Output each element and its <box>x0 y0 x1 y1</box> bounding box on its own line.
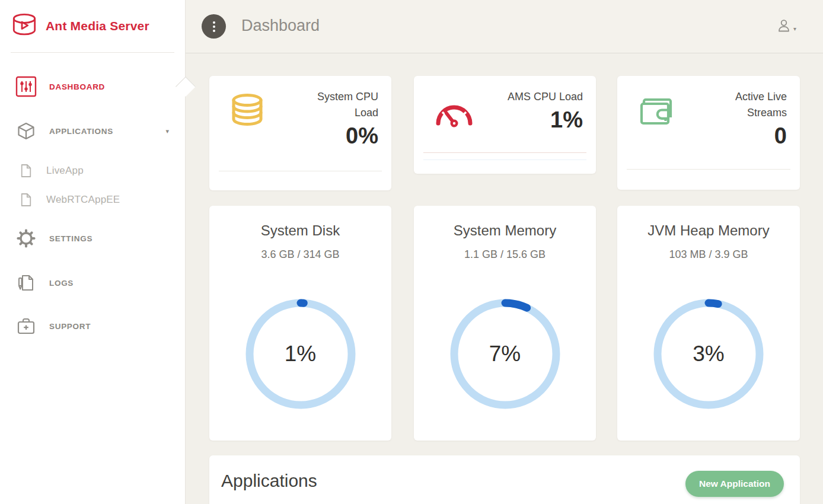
gauge-card-title: System Disk <box>209 222 391 239</box>
sidebar-item-support[interactable]: SUPPORT <box>0 312 185 340</box>
system-disk-card: System Disk 3.6 GB / 314 GB 1% <box>209 206 391 441</box>
ant-media-dashboard: Ant Media Server DASHBOARD <box>0 0 823 504</box>
sliders-icon <box>15 76 37 97</box>
sidebar-item-label: SETTINGS <box>49 234 92 243</box>
gauge-card-title: JVM Heap Memory <box>617 222 800 239</box>
sidebar-item-dashboard[interactable]: DASHBOARD <box>0 72 185 101</box>
sidebar-item-label: DASHBOARD <box>49 82 105 91</box>
user-icon <box>776 18 792 36</box>
gauge-percent-value: 3% <box>649 295 768 413</box>
system-memory-donut-chart: 7% <box>446 295 564 413</box>
jvm-heap-memory-card: JVM Heap Memory 103 MB / 3.9 GB 3% <box>617 206 800 441</box>
box-icon <box>15 122 37 141</box>
logs-document-icon <box>15 274 37 292</box>
card-divider <box>423 160 586 160</box>
first-aid-kit-icon <box>15 317 37 335</box>
sidebar-item-logs[interactable]: LOGS <box>0 269 185 297</box>
stat-card-value: 0% <box>292 122 378 149</box>
system-memory-card: System Memory 1.1 GB / 15.6 GB 7% <box>414 206 596 441</box>
card-divider <box>219 171 382 171</box>
ant-media-logo-icon <box>11 12 38 40</box>
stat-card-value: 0 <box>701 122 787 149</box>
gauge-percent-value: 7% <box>446 295 564 413</box>
card-divider <box>627 169 790 170</box>
page-menu-button[interactable] <box>202 14 226 39</box>
gauge-card-title: System Memory <box>414 222 596 239</box>
database-icon <box>229 92 266 132</box>
sidebar-item-label: LiveApp <box>46 165 84 177</box>
new-application-button[interactable]: New Application <box>685 471 784 497</box>
file-icon <box>20 193 33 207</box>
sidebar-divider <box>11 52 174 53</box>
stat-card-title: Active Live Streams <box>701 89 787 121</box>
sidebar: Ant Media Server DASHBOARD <box>0 0 186 504</box>
sidebar-item-label: LOGS <box>49 279 74 288</box>
gauge-card-subtitle: 1.1 GB / 15.6 GB <box>414 248 596 261</box>
sidebar-item-label: SUPPORT <box>49 322 91 331</box>
top-header: Dashboard ▾ <box>186 0 823 53</box>
gauge-icon <box>433 97 475 130</box>
gauge-card-subtitle: 103 MB / 3.9 GB <box>617 248 800 261</box>
sidebar-item-applications[interactable]: APPLICATIONS ▾ <box>0 117 185 145</box>
page-title: Dashboard <box>241 17 320 35</box>
chevron-down-icon: ▾ <box>793 25 796 32</box>
applications-section: Applications New Application <box>209 455 800 504</box>
kebab-menu-icon <box>213 21 215 24</box>
user-menu-button[interactable]: ▾ <box>776 18 796 36</box>
chevron-down-icon: ▾ <box>165 127 169 135</box>
sidebar-item-label: APPLICATIONS <box>49 127 113 136</box>
active-live-streams-card: Active Live Streams 0 <box>617 76 800 190</box>
ams-cpu-load-card: AMS CPU Load 1% <box>414 76 596 174</box>
gear-icon <box>15 228 37 249</box>
file-icon <box>20 164 33 178</box>
brand-logo[interactable]: Ant Media Server <box>0 0 185 52</box>
sidebar-item-liveapp[interactable]: LiveApp <box>0 157 185 185</box>
sidebar-item-webrtcappee[interactable]: WebRTCAppEE <box>0 186 185 214</box>
system-disk-donut-chart: 1% <box>241 295 360 413</box>
wallet-icon <box>637 95 675 130</box>
jvm-heap-donut-chart: 3% <box>649 295 768 413</box>
stat-card-title: AMS CPU Load <box>508 89 583 105</box>
card-divider <box>423 152 586 153</box>
stat-card-title: System CPU Load <box>292 89 378 121</box>
stat-card-value: 1% <box>508 106 583 133</box>
gauge-card-subtitle: 3.6 GB / 314 GB <box>209 248 391 261</box>
brand-name: Ant Media Server <box>46 19 149 33</box>
applications-heading: Applications <box>221 471 317 491</box>
system-cpu-load-card: System CPU Load 0% <box>209 76 391 190</box>
gauge-percent-value: 1% <box>241 295 360 413</box>
sidebar-item-settings[interactable]: SETTINGS <box>0 224 185 253</box>
sidebar-item-label: WebRTCAppEE <box>46 194 120 206</box>
